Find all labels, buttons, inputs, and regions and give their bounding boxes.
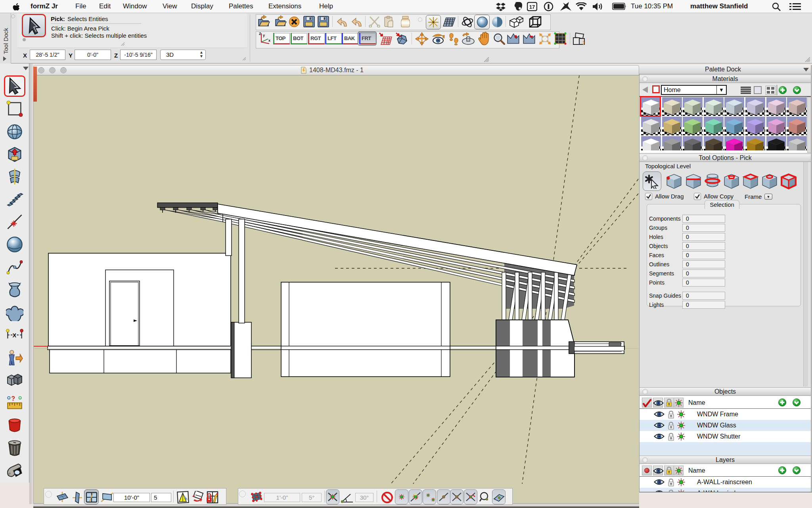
svg-text:17: 17 [529, 4, 535, 10]
